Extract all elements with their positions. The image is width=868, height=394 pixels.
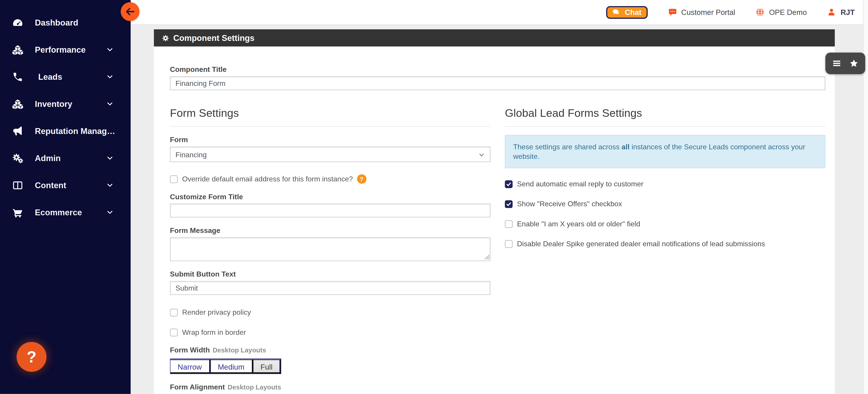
sidebar-item-reputation-management[interactable]: Reputation Manag… xyxy=(0,117,131,144)
form-settings-heading: Form Settings xyxy=(170,107,491,127)
sidebar-item-label: Ecommerce xyxy=(35,207,82,217)
panel-body: Component Title Form Settings Form Finan… xyxy=(154,46,835,394)
age-field-checkbox[interactable] xyxy=(505,220,513,228)
chevron-down-icon xyxy=(106,154,114,162)
sidebar-item-dashboard[interactable]: Dashboard xyxy=(0,9,131,36)
component-title-input[interactable] xyxy=(170,76,826,90)
cart-icon xyxy=(12,207,23,218)
component-settings-header: Component Settings xyxy=(154,29,835,46)
auto-email-reply-label: Send automatic email reply to customer xyxy=(517,180,643,188)
sidebar-collapse-button[interactable] xyxy=(121,2,140,21)
global-settings-column: Global Lead Forms Settings These setting… xyxy=(505,107,825,394)
app-root: Chat Customer Portal OPE Demo RJT Compon… xyxy=(0,0,868,394)
comment-icon xyxy=(668,8,677,17)
phone-icon xyxy=(12,71,23,82)
form-message-label: Form Message xyxy=(170,226,491,235)
hamburger-icon xyxy=(832,59,842,68)
chevron-down-icon xyxy=(106,181,114,189)
disable-notifications-checkbox[interactable] xyxy=(505,240,513,248)
receive-offers-checkbox-row[interactable]: Show "Receive Offers" checkbox xyxy=(505,200,825,208)
override-email-checkbox-row[interactable]: Override default email address for this … xyxy=(170,174,491,184)
ope-demo-link[interactable]: OPE Demo xyxy=(756,8,807,17)
form-width-option-medium[interactable]: Medium xyxy=(210,359,253,373)
form-alignment-label: Form Alignment xyxy=(170,383,225,391)
form-select[interactable]: Financing xyxy=(170,146,491,162)
globe-icon xyxy=(756,8,765,17)
floating-tools-panel xyxy=(825,53,865,74)
customize-form-title-label: Customize Form Title xyxy=(170,193,491,201)
gear-icon xyxy=(162,34,169,42)
topbar: Chat Customer Portal OPE Demo RJT xyxy=(131,0,864,24)
sidebar-item-label: Dashboard xyxy=(35,18,78,27)
form-width-label: Form Width xyxy=(170,346,210,354)
global-settings-info: These settings are shared across all ins… xyxy=(505,135,825,168)
age-field-checkbox-row[interactable]: Enable "I am X years old or older" field xyxy=(505,220,825,228)
customer-portal-link[interactable]: Customer Portal xyxy=(668,8,735,17)
chevron-down-icon xyxy=(106,100,114,108)
auto-email-reply-checkbox-row[interactable]: Send automatic email reply to customer xyxy=(505,180,825,188)
help-button[interactable]: ? xyxy=(17,342,46,372)
megaphone-icon xyxy=(12,125,23,136)
chat-button[interactable]: Chat xyxy=(606,6,648,19)
wrap-border-checkbox[interactable] xyxy=(170,328,178,336)
sidebar-item-leads[interactable]: Leads xyxy=(0,63,131,90)
form-width-option-full[interactable]: Full xyxy=(253,359,281,373)
select-chevron-icon xyxy=(478,152,485,158)
override-email-checkbox[interactable] xyxy=(170,175,178,183)
component-settings-panel: Component Settings Component Title Form … xyxy=(154,29,835,394)
chevron-down-icon xyxy=(106,208,114,217)
form-width-option-narrow[interactable]: Narrow xyxy=(170,359,210,373)
receive-offers-checkbox[interactable] xyxy=(505,200,513,208)
sidebar-item-content[interactable]: Content xyxy=(0,171,131,199)
customer-portal-label: Customer Portal xyxy=(681,8,735,17)
user-initials: RJT xyxy=(841,8,855,17)
settings-columns: Form Settings Form Financing Override de… xyxy=(170,107,826,394)
form-label: Form xyxy=(170,136,491,144)
star-icon xyxy=(849,59,859,68)
info-text-bold: all xyxy=(622,143,629,151)
user-menu[interactable]: RJT xyxy=(827,8,855,17)
submit-button-text-input[interactable] xyxy=(170,281,491,295)
disable-notifications-label: Disable Dealer Spike generated dealer em… xyxy=(517,239,765,248)
chat-button-label: Chat xyxy=(625,8,641,17)
sidebar-item-admin[interactable]: Admin xyxy=(0,144,131,171)
disable-notifications-checkbox-row[interactable]: Disable Dealer Spike generated dealer em… xyxy=(505,239,825,248)
help-icon[interactable]: ? xyxy=(357,174,366,184)
sidebar-item-performance[interactable]: Performance xyxy=(0,36,131,63)
render-privacy-checkbox[interactable] xyxy=(170,308,178,316)
render-privacy-label: Render privacy policy xyxy=(182,308,251,317)
form-select-value: Financing xyxy=(176,150,207,159)
component-title-label: Component Title xyxy=(170,65,826,74)
sidebar-item-label: Content xyxy=(35,180,66,190)
panel-title: Component Settings xyxy=(174,33,254,43)
auto-email-reply-checkbox[interactable] xyxy=(505,180,513,188)
favorite-button[interactable] xyxy=(849,59,859,68)
check-icon xyxy=(506,181,511,187)
chevron-down-icon xyxy=(106,72,114,81)
user-icon xyxy=(827,8,836,17)
sidebar-item-label: Leads xyxy=(38,72,62,81)
sidebar-item-label: Admin xyxy=(35,153,61,163)
form-message-textarea[interactable] xyxy=(170,237,491,261)
form-settings-column: Form Settings Form Financing Override de… xyxy=(170,107,491,394)
question-mark-icon: ? xyxy=(27,348,36,366)
ope-demo-label: OPE Demo xyxy=(769,8,807,17)
age-field-label: Enable "I am X years old or older" field xyxy=(517,220,640,228)
check-icon xyxy=(506,201,511,206)
wrap-border-label: Wrap form in border xyxy=(182,328,246,336)
render-privacy-checkbox-row[interactable]: Render privacy policy xyxy=(170,308,491,317)
wrap-border-checkbox-row[interactable]: Wrap form in border xyxy=(170,328,491,336)
sidebar-item-label: Performance xyxy=(35,45,86,54)
sidebar-item-ecommerce[interactable]: Ecommerce xyxy=(0,199,131,226)
receive-offers-label: Show "Receive Offers" checkbox xyxy=(517,200,622,208)
sidebar-item-inventory[interactable]: Inventory xyxy=(0,90,131,117)
customize-form-title-input[interactable] xyxy=(170,203,491,217)
menu-button[interactable] xyxy=(832,59,842,68)
sidebar: Dashboard Performance Leads Inventory Re… xyxy=(0,0,131,394)
gauge-icon xyxy=(12,17,23,28)
submit-button-text-label: Submit Button Text xyxy=(170,270,491,278)
form-alignment-sublabel: Desktop Layouts xyxy=(228,383,281,391)
form-width-sublabel: Desktop Layouts xyxy=(213,346,266,354)
info-text-pre: These settings are shared across xyxy=(513,143,622,151)
arrow-left-icon xyxy=(125,6,135,17)
